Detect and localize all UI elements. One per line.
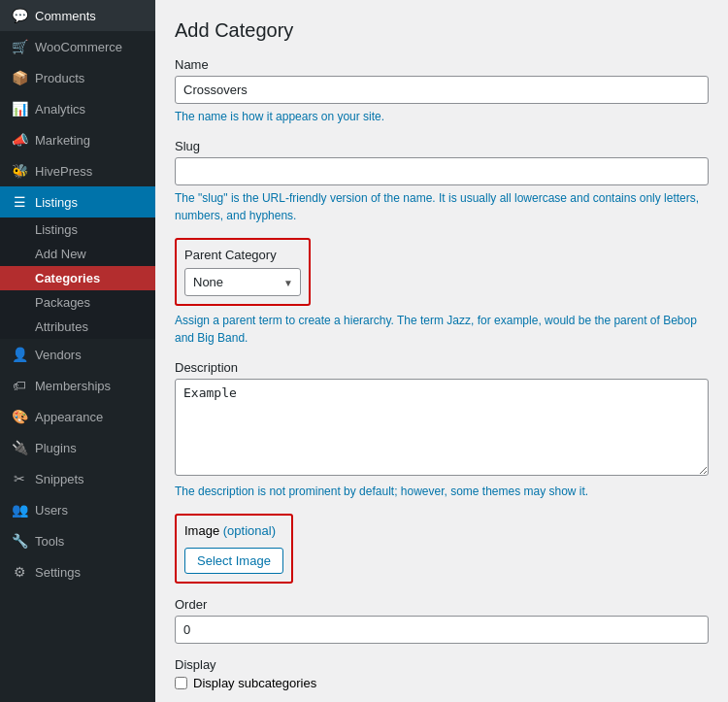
image-outlined-box: Image (optional) Select Image xyxy=(175,514,293,584)
slug-hint: The "slug" is the URL-friendly version o… xyxy=(175,189,709,224)
marketing-icon: 📣 xyxy=(12,132,27,148)
parent-category-label: Parent Category xyxy=(184,248,301,262)
users-icon: 👥 xyxy=(12,502,27,518)
analytics-icon: 📊 xyxy=(12,101,27,117)
description-label: Description xyxy=(175,360,709,375)
image-optional-text: (optional) xyxy=(223,523,276,538)
sidebar-item-listings[interactable]: ☰ Listings xyxy=(0,186,155,217)
display-field-group: Display Display subcategories xyxy=(175,657,709,690)
order-field-group: Order xyxy=(175,597,709,644)
page-title: Add Category xyxy=(175,19,709,42)
sidebar-sub-packages[interactable]: Packages xyxy=(0,290,155,315)
parent-category-field-group: Parent Category None ▼ Assign a parent t… xyxy=(175,238,709,347)
sidebar-item-users[interactable]: 👥 Users xyxy=(0,494,155,525)
sidebar-item-products[interactable]: 📦 Products xyxy=(0,62,155,93)
listings-submenu: Listings Add New Categories Packages Att… xyxy=(0,217,155,339)
products-icon: 📦 xyxy=(12,70,27,85)
sidebar-item-woocommerce[interactable]: 🛒 WooCommerce xyxy=(0,31,155,62)
order-input[interactable] xyxy=(175,616,709,644)
parent-category-select[interactable]: None xyxy=(184,268,301,296)
sidebar-item-vendors[interactable]: 👤 Vendors xyxy=(0,339,155,370)
sidebar-sub-categories[interactable]: Categories xyxy=(0,266,155,290)
display-subcategories-checkbox[interactable] xyxy=(175,677,187,689)
sidebar-sub-listings[interactable]: Listings xyxy=(0,217,155,242)
sidebar-item-comments[interactable]: 💬 Comments xyxy=(0,0,155,31)
vendors-icon: 👤 xyxy=(12,347,27,362)
listings-icon: ☰ xyxy=(12,194,27,210)
name-hint: The name is how it appears on your site. xyxy=(175,108,709,125)
sidebar-item-settings[interactable]: ⚙ Settings xyxy=(0,556,155,587)
description-hint: The description is not prominent by defa… xyxy=(175,483,709,500)
sidebar-item-tools[interactable]: 🔧 Tools xyxy=(0,525,155,556)
sidebar-sub-add-new[interactable]: Add New xyxy=(0,242,155,266)
appearance-icon: 🎨 xyxy=(12,409,27,424)
description-textarea[interactable]: Example xyxy=(175,379,709,476)
display-subcategories-label[interactable]: Display subcategories xyxy=(193,676,316,690)
sidebar-item-analytics[interactable]: 📊 Analytics xyxy=(0,93,155,124)
name-label: Name xyxy=(175,57,709,72)
image-label: Image (optional) xyxy=(184,523,283,538)
display-checkbox-row: Display subcategories xyxy=(175,676,709,690)
sidebar-item-marketing[interactable]: 📣 Marketing xyxy=(0,124,155,155)
slug-field-group: Slug The "slug" is the URL-friendly vers… xyxy=(175,139,709,224)
parent-category-outlined-box: Parent Category None ▼ xyxy=(175,238,311,306)
parent-category-select-wrapper: None ▼ xyxy=(184,268,301,296)
name-input[interactable] xyxy=(175,76,709,104)
slug-input[interactable] xyxy=(175,157,709,185)
woocommerce-icon: 🛒 xyxy=(12,39,27,54)
tools-icon: 🔧 xyxy=(12,533,27,549)
image-field-group: Image (optional) Select Image xyxy=(175,514,709,584)
parent-hint: Assign a parent term to create a hierarc… xyxy=(175,312,709,347)
plugins-icon: 🔌 xyxy=(12,440,27,455)
comments-icon: 💬 xyxy=(12,8,27,23)
sidebar-item-memberships[interactable]: 🏷 Memberships xyxy=(0,370,155,401)
main-content: Add Category Name The name is how it app… xyxy=(155,0,728,702)
select-image-button[interactable]: Select Image xyxy=(184,548,283,574)
settings-icon: ⚙ xyxy=(12,564,27,580)
slug-label: Slug xyxy=(175,139,709,153)
display-label: Display xyxy=(175,657,709,672)
name-field-group: Name The name is how it appears on your … xyxy=(175,57,709,125)
sidebar-sub-attributes[interactable]: Attributes xyxy=(0,315,155,339)
hivepress-icon: 🐝 xyxy=(12,163,27,179)
snippets-icon: ✂ xyxy=(12,471,27,486)
sidebar: 💬 Comments 🛒 WooCommerce 📦 Products 📊 An… xyxy=(0,0,155,702)
sidebar-item-appearance[interactable]: 🎨 Appearance xyxy=(0,401,155,432)
sidebar-item-plugins[interactable]: 🔌 Plugins xyxy=(0,432,155,463)
memberships-icon: 🏷 xyxy=(12,378,27,393)
description-field-group: Description Example The description is n… xyxy=(175,360,709,500)
order-label: Order xyxy=(175,597,709,612)
sidebar-item-snippets[interactable]: ✂ Snippets xyxy=(0,463,155,494)
sidebar-item-hivepress[interactable]: 🐝 HivePress xyxy=(0,155,155,186)
